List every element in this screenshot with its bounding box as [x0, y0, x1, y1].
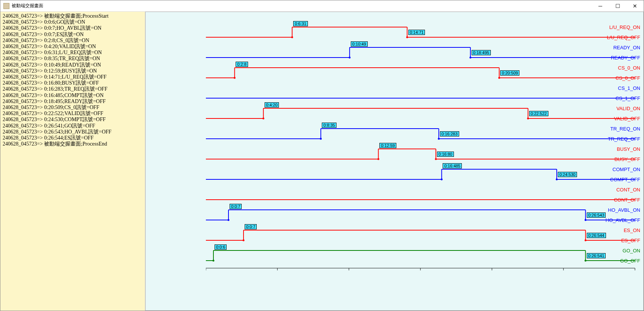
svg-point-56: [441, 179, 443, 181]
close-button[interactable]: ✕: [626, 0, 644, 12]
timestamp-tag: 0:20:509: [500, 70, 519, 76]
timestamp-tag: 0:12:59: [379, 143, 396, 148]
svg-point-50: [435, 158, 437, 160]
svg-point-43: [438, 138, 440, 140]
window-buttons: ─ ☐ ✕: [592, 0, 644, 12]
svg-point-14: [406, 36, 408, 38]
svg-point-42: [320, 138, 322, 140]
timestamp-tag: 0:0:6: [215, 244, 227, 250]
svg-point-65: [585, 219, 586, 221]
svg-point-49: [378, 158, 379, 160]
content-area: 240628_045723=> 被動端交握畫面;ProcessStart 240…: [0, 12, 644, 311]
titlebar: 被動端交握畫面 ─ ☐ ✕: [0, 0, 644, 12]
timestamp-tag: 0:16:283: [440, 131, 459, 137]
svg-point-64: [228, 219, 230, 221]
maximize-button[interactable]: ☐: [609, 0, 626, 12]
timestamp-tag: 0:26:543: [587, 212, 606, 218]
chart-panel: L/U_REQ_ONL/U_REQ_OFFREADY_ONREADY_OFFCS…: [145, 12, 644, 311]
timestamp-tag: 0:16:485: [443, 163, 462, 168]
timestamp-tag: 0:26:541: [587, 253, 606, 258]
timestamp-tag: 0:8:35: [322, 123, 336, 128]
timestamp-tag: 0:0:7: [245, 224, 257, 229]
svg-point-20: [349, 57, 350, 59]
app-icon: [3, 3, 9, 9]
timestamp-tag: 0:24:530: [558, 172, 577, 177]
svg-point-27: [234, 77, 236, 79]
svg-point-21: [469, 57, 471, 59]
svg-point-71: [243, 240, 245, 241]
svg-point-36: [527, 118, 529, 120]
timestamp-tag: 0:10:49: [351, 41, 368, 47]
svg-point-35: [262, 118, 264, 120]
timestamp-tag: 0:26:544: [587, 233, 606, 238]
timestamp-tag: 0:14:71: [408, 30, 425, 35]
timestamp-tag: 0:4:20: [265, 102, 279, 108]
svg-point-79: [585, 260, 586, 262]
timestamp-tag: 0:2:8: [236, 62, 248, 67]
timeline-svg: [206, 12, 642, 298]
svg-point-13: [291, 36, 293, 38]
minimize-button[interactable]: ─: [592, 0, 609, 12]
timestamp-tag: 0:18:495: [472, 50, 491, 55]
svg-point-72: [585, 240, 586, 241]
svg-point-78: [213, 260, 215, 262]
timestamp-tag: 0:16:80: [437, 152, 454, 157]
timestamp-tag: 0:6:31: [293, 21, 308, 26]
log-panel: 240628_045723=> 被動端交握畫面;ProcessStart 240…: [0, 12, 145, 311]
window-title: 被動端交握畫面: [12, 3, 592, 9]
timestamp-tag: 0:0:7: [230, 204, 242, 209]
svg-point-28: [498, 77, 500, 79]
svg-point-57: [556, 179, 558, 181]
timestamp-tag: 0:22:522: [529, 111, 548, 116]
